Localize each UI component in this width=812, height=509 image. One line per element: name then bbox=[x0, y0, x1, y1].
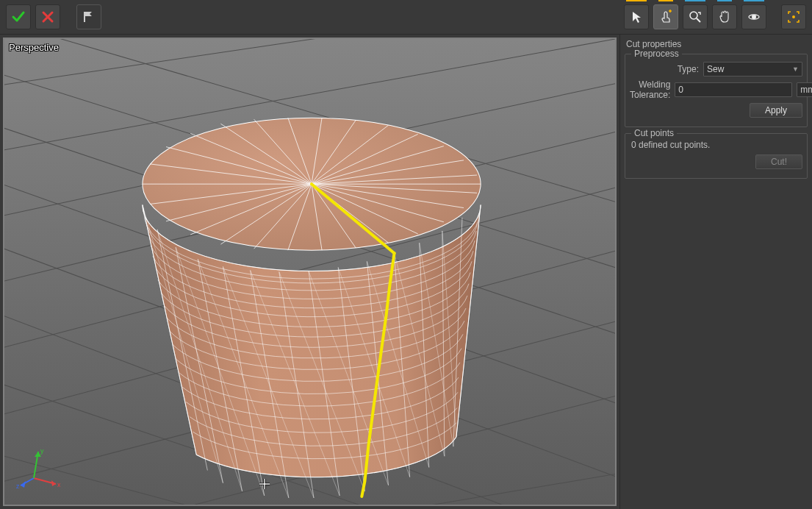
touch-plus-icon bbox=[658, 10, 673, 24]
cylinder-mesh bbox=[143, 118, 481, 498]
svg-text:y: y bbox=[40, 447, 44, 455]
svg-point-0 bbox=[690, 12, 697, 19]
frame-selection-button[interactable] bbox=[781, 4, 806, 29]
cutpoints-group: Cut points 0 defined cut points. Cut! bbox=[625, 133, 808, 179]
zoom-icon bbox=[688, 10, 703, 24]
x-icon bbox=[41, 10, 54, 24]
orbit-tool-button[interactable] bbox=[741, 4, 766, 29]
pan-tool-button[interactable] bbox=[712, 4, 737, 29]
hand-icon bbox=[717, 10, 732, 24]
viewport-container: Perspective bbox=[0, 35, 619, 509]
flag-button[interactable] bbox=[76, 4, 101, 29]
toolbar bbox=[0, 0, 812, 35]
viewport-canvas bbox=[4, 39, 615, 505]
flag-icon bbox=[82, 10, 96, 24]
preprocess-group: Preprocess Type: Sew ▼ Welding Tolerance… bbox=[625, 54, 808, 127]
cursor-icon bbox=[630, 10, 643, 24]
side-panel: Cut properties Preprocess Type: Sew ▼ We… bbox=[619, 35, 812, 509]
preprocess-legend: Preprocess bbox=[631, 49, 682, 59]
check-icon bbox=[11, 10, 26, 24]
welding-tolerance-unit-dropdown[interactable]: mm ▼ bbox=[797, 82, 812, 97]
cancel-button[interactable] bbox=[35, 4, 60, 29]
cutpoints-count-text: 0 defined cut points. bbox=[630, 138, 802, 152]
orbit-icon bbox=[747, 10, 761, 24]
type-label: Type: bbox=[630, 64, 699, 74]
welding-tolerance-input[interactable] bbox=[675, 82, 792, 97]
frame-icon bbox=[786, 10, 801, 24]
svg-text:z: z bbox=[16, 483, 20, 490]
cutpoints-legend: Cut points bbox=[631, 128, 677, 138]
type-dropdown[interactable]: Sew ▼ bbox=[703, 62, 802, 76]
welding-tolerance-label: Welding Tolerance: bbox=[630, 79, 670, 100]
cut-button[interactable]: Cut! bbox=[755, 154, 802, 169]
viewport-label: Perspective bbox=[9, 42, 59, 53]
axis-gizmo: x z y bbox=[16, 446, 60, 490]
svg-point-3 bbox=[792, 15, 795, 18]
select-tool-button[interactable] bbox=[624, 4, 649, 29]
apply-button[interactable]: Apply bbox=[750, 103, 802, 118]
svg-text:x: x bbox=[57, 481, 60, 488]
chevron-down-icon: ▼ bbox=[792, 65, 799, 73]
ok-button[interactable] bbox=[6, 4, 31, 29]
viewport[interactable]: Perspective bbox=[3, 38, 617, 506]
type-value: Sew bbox=[707, 64, 724, 74]
svg-point-2 bbox=[752, 15, 756, 19]
zoom-tool-button[interactable] bbox=[683, 4, 708, 29]
main-area: Perspective bbox=[0, 35, 812, 509]
touch-tool-button[interactable] bbox=[653, 4, 678, 29]
unit-value: mm bbox=[800, 85, 812, 95]
